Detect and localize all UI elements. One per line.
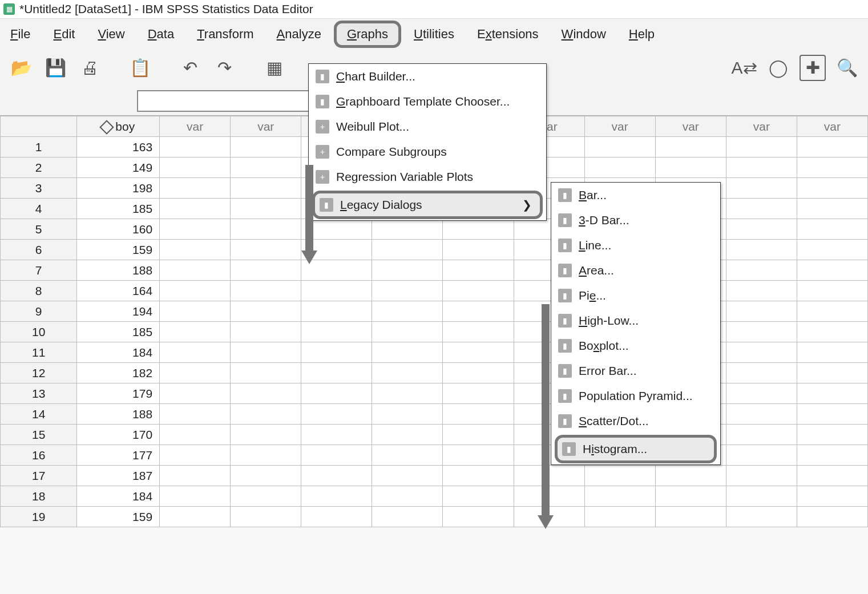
legacy-item-3-d-bar-[interactable]: ▮3-D Bar... (551, 208, 720, 233)
column-header-var[interactable]: var (231, 116, 301, 137)
cell-empty[interactable] (372, 425, 443, 445)
cell-empty[interactable] (231, 281, 301, 301)
cell-empty[interactable] (160, 486, 231, 507)
cell-empty[interactable] (231, 260, 301, 281)
cell-empty[interactable] (372, 404, 443, 425)
cell-empty[interactable] (514, 486, 584, 507)
cell-empty[interactable] (797, 281, 867, 301)
cell-empty[interactable] (160, 260, 231, 281)
row-number[interactable]: 2 (1, 157, 77, 178)
row-number[interactable]: 14 (1, 404, 77, 425)
cell-boy[interactable]: 164 (77, 281, 160, 301)
cell-empty[interactable] (797, 486, 867, 507)
cell-empty[interactable] (726, 363, 797, 383)
redo-icon[interactable]: ↷ (211, 55, 237, 81)
column-header-var[interactable]: var (584, 116, 655, 137)
graphs-item-chart-builder-[interactable]: ▮Chart Builder... (309, 64, 546, 89)
legacy-item-scatter-dot-[interactable]: ▮Scatter/Dot... (551, 409, 720, 434)
graphs-item-regression-variable-plots[interactable]: +Regression Variable Plots (309, 164, 546, 189)
cell-empty[interactable] (584, 137, 655, 157)
cell-boy[interactable]: 184 (77, 486, 160, 507)
cell-empty[interactable] (655, 486, 726, 507)
cell-empty[interactable] (797, 240, 867, 260)
cell-empty[interactable] (726, 157, 797, 178)
cell-empty[interactable] (443, 219, 514, 240)
cell-empty[interactable] (160, 445, 231, 466)
cell-empty[interactable] (443, 425, 514, 445)
cell-empty[interactable] (726, 301, 797, 322)
cell-empty[interactable] (301, 260, 372, 281)
cell-empty[interactable] (372, 281, 443, 301)
cell-empty[interactable] (160, 178, 231, 199)
cell-empty[interactable] (231, 322, 301, 342)
column-header-var[interactable]: var (655, 116, 726, 137)
column-header-var[interactable]: var (797, 116, 867, 137)
cell-empty[interactable] (514, 466, 584, 486)
cell-empty[interactable] (231, 157, 301, 178)
row-number[interactable]: 15 (1, 425, 77, 445)
menu-data[interactable]: Data (148, 27, 174, 42)
cell-empty[interactable] (797, 445, 867, 466)
cell-empty[interactable] (443, 486, 514, 507)
cell-empty[interactable] (231, 363, 301, 383)
cell-boy[interactable]: 194 (77, 301, 160, 322)
legacy-item-boxplot-[interactable]: ▮Boxplot... (551, 333, 720, 358)
cell-empty[interactable] (443, 507, 514, 527)
cell-empty[interactable] (726, 240, 797, 260)
cell-boy[interactable]: 179 (77, 383, 160, 404)
cell-empty[interactable] (301, 281, 372, 301)
cell-boy[interactable]: 170 (77, 425, 160, 445)
cell-empty[interactable] (372, 342, 443, 363)
cell-boy[interactable]: 188 (77, 404, 160, 425)
cell-empty[interactable] (160, 466, 231, 486)
undo-icon[interactable]: ↶ (177, 55, 203, 81)
cell-empty[interactable] (231, 425, 301, 445)
menu-analyze[interactable]: Analyze (277, 27, 321, 42)
row-number[interactable]: 10 (1, 322, 77, 342)
cell-empty[interactable] (231, 486, 301, 507)
row-number[interactable]: 19 (1, 507, 77, 527)
cell-boy[interactable]: 185 (77, 322, 160, 342)
legacy-item-bar-[interactable]: ▮Bar... (551, 183, 720, 208)
menu-extensions[interactable]: Extensions (477, 27, 539, 42)
cell-empty[interactable] (231, 507, 301, 527)
cell-empty[interactable] (372, 507, 443, 527)
cell-empty[interactable] (797, 466, 867, 486)
cell-empty[interactable] (797, 199, 867, 219)
table-row[interactable]: 16177 (1, 445, 868, 466)
cell-empty[interactable] (160, 219, 231, 240)
insert-icon[interactable]: ✚ (800, 55, 826, 81)
graphs-item-weibull-plot-[interactable]: +Weibull Plot... (309, 114, 546, 139)
cell-empty[interactable] (797, 301, 867, 322)
cell-empty[interactable] (584, 507, 655, 527)
cell-empty[interactable] (797, 363, 867, 383)
open-icon[interactable]: 📂 (8, 55, 34, 81)
table-row[interactable]: 6159 (1, 240, 868, 260)
cell-empty[interactable] (231, 404, 301, 425)
row-number[interactable]: 4 (1, 199, 77, 219)
menu-file[interactable]: File (10, 27, 30, 42)
cell-empty[interactable] (301, 466, 372, 486)
cell-boy[interactable]: 159 (77, 240, 160, 260)
cell-empty[interactable] (301, 322, 372, 342)
cell-empty[interactable] (726, 178, 797, 199)
cell-boy[interactable]: 184 (77, 342, 160, 363)
table-row[interactable]: 11184 (1, 342, 868, 363)
cell-empty[interactable] (655, 157, 726, 178)
cell-empty[interactable] (372, 260, 443, 281)
column-header-var[interactable]: var (160, 116, 231, 137)
cell-empty[interactable] (443, 383, 514, 404)
cell-empty[interactable] (443, 240, 514, 260)
cell-boy[interactable]: 188 (77, 260, 160, 281)
table-row[interactable]: 7188 (1, 260, 868, 281)
cell-empty[interactable] (160, 425, 231, 445)
table-row[interactable]: 10185 (1, 322, 868, 342)
row-number[interactable]: 11 (1, 342, 77, 363)
cell-empty[interactable] (443, 363, 514, 383)
cell-empty[interactable] (301, 363, 372, 383)
cell-empty[interactable] (584, 157, 655, 178)
table-row[interactable]: 13179 (1, 383, 868, 404)
cell-empty[interactable] (372, 486, 443, 507)
cell-empty[interactable] (443, 342, 514, 363)
cell-empty[interactable] (797, 219, 867, 240)
